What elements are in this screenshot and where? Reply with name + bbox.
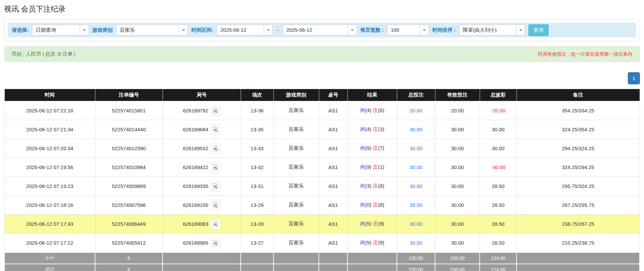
cell-time: 2025-06-12 07:21:34 (4, 120, 95, 139)
footer-round (163, 252, 241, 264)
cell-session: 13-31 (241, 177, 273, 196)
total-bet-link[interactable]: 30.00 (410, 221, 423, 227)
footer-count: 8 (95, 252, 163, 264)
total-bet-link[interactable]: 20.00 (410, 108, 423, 113)
cell-remark: 210.25/238.75 (517, 234, 640, 253)
filter-panel: 请选择: 日期查询 游戏类别 百家乐 时间区间: 2025-06-12 ~ 20… (4, 19, 640, 41)
footer-total-bet: 230.00 (397, 252, 435, 264)
column-header: 总投注 (397, 89, 435, 101)
result-player-score: (4) (365, 107, 371, 113)
query-type-select-value: 日期查询 (32, 25, 80, 35)
cell-game-type: 百家乐 (273, 101, 319, 120)
page-button-1[interactable]: 1 (628, 72, 640, 84)
cell-time: 2025-06-12 07:17:12 (4, 234, 95, 253)
cell-round: 626189792 (163, 101, 241, 120)
cell-payout: 28.50 (480, 177, 517, 196)
video-replay-button[interactable] (211, 181, 220, 192)
video-replay-icon (213, 108, 218, 113)
round-number: 626189150 (183, 202, 208, 208)
game-type-select[interactable]: 百家乐 (116, 25, 188, 35)
cell-valid-bet: 30.00 (435, 196, 480, 215)
search-button[interactable]: 查询 (528, 24, 549, 36)
cell-payout: 30.00 (480, 139, 517, 158)
cell-table-no: AS1 (319, 120, 348, 139)
date-to-picker[interactable]: 2025-06-12 (283, 25, 357, 35)
video-replay-button[interactable] (211, 143, 220, 154)
date-from-picker[interactable]: 2025-06-12 (217, 25, 273, 35)
total-bet-link[interactable]: 30.00 (410, 164, 423, 170)
game-type-label: 游戏类别 (92, 27, 113, 33)
cell-result: 闲(3)庄(8) (348, 177, 397, 196)
result-player-score: (5) (365, 240, 371, 245)
cell-game-type: 百家乐 (273, 158, 319, 177)
total-bet-link[interactable]: 30.00 (410, 145, 423, 151)
table-row: 2025-06-12 07:19:23522574009869626189335… (4, 177, 640, 196)
result-player: 闲 (360, 221, 365, 226)
cell-time: 2025-06-12 07:22:18 (4, 101, 95, 120)
sort-select-value: 降幂(由大到小) (459, 25, 516, 35)
total-bet-link[interactable]: 30.00 (410, 183, 423, 189)
cell-table-no: AS1 (319, 158, 348, 177)
cell-round: 626189063 (163, 215, 241, 234)
total-bet-link[interactable]: 30.00 (410, 240, 423, 246)
total-bet-link[interactable]: 30.00 (410, 202, 423, 208)
cell-session: 13-33 (241, 139, 273, 158)
caret-down-icon[interactable] (179, 25, 188, 35)
video-replay-button[interactable] (211, 124, 220, 135)
cell-table-no: AS1 (319, 234, 348, 253)
footer-table-no (319, 252, 348, 264)
footer-payout: 124.00 (480, 252, 517, 264)
cell-round: 626188985 (163, 234, 241, 253)
cell-bet-id: 522574006449 (95, 215, 163, 234)
table-footer: 小计8230.00230.00124.00总计8230.00230.00124.… (4, 252, 640, 271)
result-banker-score: (1) (378, 164, 384, 170)
cell-result: 闲(4)庄(3) (348, 120, 397, 139)
table-row: 2025-06-12 07:20:34522574012390626189532… (4, 139, 640, 158)
caret-down-icon[interactable] (80, 25, 89, 35)
footer-session (241, 264, 273, 271)
column-header: 时间 (4, 89, 95, 101)
sort-select[interactable]: 降幂(由大到小) (459, 25, 525, 35)
cell-time: 2025-06-12 07:18:16 (4, 196, 95, 215)
cell-valid-bet: 30.00 (435, 139, 480, 158)
cell-session: 13-27 (241, 234, 273, 253)
footer-game (273, 252, 319, 264)
page-title: 视讯 会员下注纪录 (4, 4, 640, 14)
result-player: 闲 (360, 145, 365, 151)
result-player-score: (9) (365, 145, 371, 151)
table-header-row: 时间注单编号局号场次游戏类别桌号结果总投注有效投注总派彩备注 (4, 89, 640, 101)
cell-session: 13-36 (241, 101, 273, 120)
video-replay-icon (213, 145, 218, 151)
caret-down-icon[interactable] (516, 25, 525, 35)
cell-table-no: AS1 (319, 177, 348, 196)
total-row: 总计8230.00230.00124.00 (4, 264, 640, 271)
footer-label: 总计 (4, 264, 95, 271)
cell-valid-bet: 30.00 (435, 215, 480, 234)
table-row: 2025-06-12 07:17:43522574006449626189063… (4, 215, 640, 234)
video-replay-button[interactable] (211, 162, 220, 173)
cell-game-type: 百家乐 (273, 215, 319, 234)
result-player: 闲 (360, 164, 365, 170)
cell-time: 2025-06-12 07:20:34 (4, 139, 95, 158)
cell-table-no: AS1 (319, 196, 348, 215)
cell-remark: 324.25/294.25 (517, 158, 640, 177)
round-number: 626189792 (183, 108, 208, 113)
video-replay-button[interactable] (211, 105, 220, 116)
result-banker: 庄 (373, 107, 378, 113)
caret-down-icon[interactable] (420, 25, 429, 35)
total-bet-link[interactable]: 30.00 (410, 127, 423, 132)
cell-result: 闲(5)庄(9) (348, 234, 397, 253)
column-header: 桌号 (319, 89, 348, 101)
cell-bet-id: 522574005412 (95, 234, 163, 253)
cell-total-bet: 30.00 (397, 177, 435, 196)
video-replay-button[interactable] (211, 219, 220, 229)
caret-down-icon[interactable] (264, 25, 272, 35)
page-size-select[interactable]: 100 (387, 25, 429, 35)
video-replay-button[interactable] (211, 200, 220, 211)
caret-down-icon[interactable] (348, 25, 357, 35)
filter-bar: 请选择: 日期查询 游戏类别 百家乐 时间区间: 2025-06-12 ~ 20… (8, 23, 636, 37)
video-replay-button[interactable] (211, 238, 220, 248)
date-to-value: 2025-06-12 (283, 25, 348, 35)
table-row: 2025-06-12 07:17:12522574005412626188985… (4, 234, 640, 253)
query-type-select[interactable]: 日期查询 (32, 25, 89, 35)
